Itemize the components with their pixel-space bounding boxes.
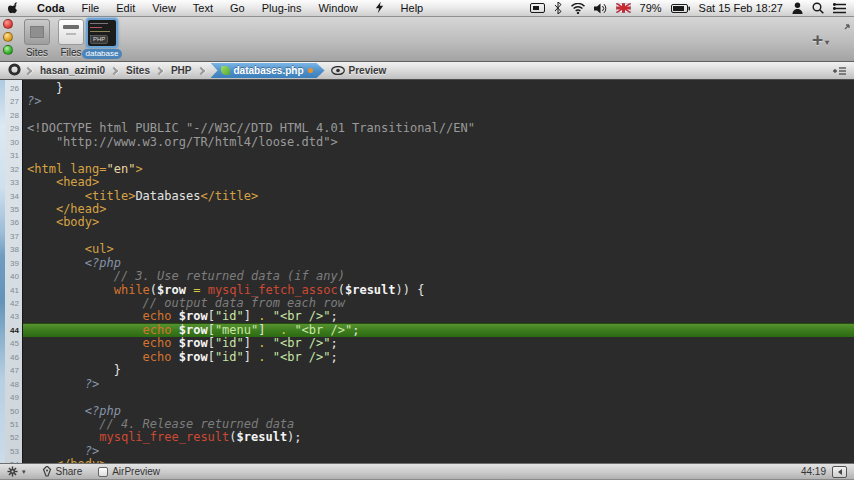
breadcrumb-separator-icon: [196, 66, 204, 74]
user-menu-icon[interactable]: [792, 2, 803, 14]
code-line[interactable]: 26 }: [0, 82, 854, 95]
code-line[interactable]: 44 echo $row["menu"] . "<br />";: [0, 324, 854, 337]
code-text: // output data from each row: [23, 297, 854, 310]
code-line[interactable]: 31: [0, 149, 854, 162]
code-text: echo $row["id"] . "<br />";: [23, 351, 854, 364]
code-line[interactable]: 43 echo $row["id"] . "<br />";: [0, 310, 854, 323]
add-document-button[interactable]: + ▾: [812, 29, 836, 51]
split-editor-button[interactable]: [830, 66, 848, 76]
code-line[interactable]: 29<!DOCTYPE html PUBLIC "-//W3C//DTD HTM…: [0, 122, 854, 135]
code-line[interactable]: 32<html lang="en">: [0, 163, 854, 176]
volume-icon[interactable]: [594, 3, 607, 14]
code-line[interactable]: 33 <head>: [0, 176, 854, 189]
code-line[interactable]: 39 <?php: [0, 257, 854, 270]
code-line[interactable]: 37: [0, 230, 854, 243]
cursor-position[interactable]: 44:19: [801, 466, 826, 477]
line-number: 49: [0, 391, 23, 404]
code-lines: 26 }27?>2829<!DOCTYPE html PUBLIC "-//W3…: [0, 82, 854, 463]
breadcrumb-item-sites-folder[interactable]: Sites: [122, 65, 154, 76]
code-line[interactable]: 42 // output data from each row: [0, 297, 854, 310]
code-line[interactable]: 47 }: [0, 364, 854, 377]
code-line[interactable]: 49: [0, 391, 854, 404]
code-text: while($row = mysqli_fetch_assoc($result)…: [23, 284, 854, 297]
plus-icon: +: [812, 29, 823, 51]
menu-item-help[interactable]: Help: [401, 2, 424, 14]
menu-item-edit[interactable]: Edit: [116, 2, 135, 14]
php-file-icon: [221, 66, 230, 75]
airpreview-toggle[interactable]: AirPreview: [98, 466, 160, 477]
menu-item-window[interactable]: Window: [318, 2, 357, 14]
menu-item-go[interactable]: Go: [230, 2, 245, 14]
preview-tab[interactable]: Preview: [331, 65, 387, 76]
code-line[interactable]: 46 echo $row["id"] . "<br />";: [0, 351, 854, 364]
script-menu-icon[interactable]: [375, 1, 384, 16]
code-line[interactable]: 52 mysqli_free_result($result);: [0, 431, 854, 444]
toolbar: Sites Files PHP database + ▾: [0, 17, 854, 62]
chevron-down-icon: ▾: [825, 38, 829, 47]
code-text: [23, 391, 854, 404]
code-text: "http://www.w3.org/TR/html4/loose.dtd">: [23, 136, 854, 149]
spotlight-search-icon[interactable]: [812, 2, 824, 14]
line-number: 36: [0, 216, 23, 229]
code-line[interactable]: 53 ?>: [0, 445, 854, 458]
breadcrumb-separator-icon: [110, 66, 118, 74]
collapse-panel-icon[interactable]: [832, 466, 847, 478]
code-line[interactable]: 34 <title>Databases</title>: [0, 190, 854, 203]
code-text: <body>: [23, 216, 854, 229]
line-number: 48: [0, 378, 23, 391]
code-line[interactable]: 40 // 3. Use returned data (if any): [0, 270, 854, 283]
code-line[interactable]: 27?>: [0, 95, 854, 108]
menu-bar: Coda File Edit View Text Go Plug-ins Win…: [0, 0, 854, 17]
line-number: 45: [0, 337, 23, 350]
line-number: 27: [0, 95, 23, 108]
share-button[interactable]: Share: [42, 466, 83, 477]
breadcrumb-item-php-folder[interactable]: PHP: [167, 65, 196, 76]
window-minimize-button[interactable]: [3, 32, 13, 42]
code-text: <?php: [23, 405, 854, 418]
code-line[interactable]: 36 <body>: [0, 216, 854, 229]
menu-item-coda[interactable]: Coda: [37, 2, 65, 14]
code-text: <?php: [23, 257, 854, 270]
code-line[interactable]: 51 // 4. Release returned data: [0, 418, 854, 431]
menu-item-text[interactable]: Text: [193, 2, 213, 14]
wifi-icon[interactable]: [571, 3, 585, 14]
code-line[interactable]: 35 </head>: [0, 203, 854, 216]
keyboard-layout-flag-icon[interactable]: [616, 3, 631, 13]
sites-icon: [24, 19, 50, 45]
window-close-button[interactable]: [3, 19, 13, 29]
line-number: 51: [0, 418, 23, 431]
apple-menu-icon[interactable]: [8, 1, 20, 16]
code-editor[interactable]: 26 }27?>2829<!DOCTYPE html PUBLIC "-//W3…: [0, 80, 854, 463]
display-mirroring-icon[interactable]: [530, 3, 545, 14]
code-line[interactable]: 45 echo $row["id"] . "<br />";: [0, 337, 854, 350]
menu-bar-clock[interactable]: Sat 15 Feb 18:27: [699, 2, 783, 14]
php-badge: PHP: [90, 35, 108, 44]
line-number: 35: [0, 203, 23, 216]
bluetooth-icon[interactable]: [554, 2, 562, 14]
menu-item-plugins[interactable]: Plug-ins: [262, 2, 302, 14]
menu-item-file[interactable]: File: [82, 2, 100, 14]
menu-item-view[interactable]: View: [152, 2, 176, 14]
code-text: ?>: [23, 95, 854, 108]
active-file-tab[interactable]: databases.php: [211, 63, 325, 78]
settings-menu-button[interactable]: ▾: [7, 466, 26, 477]
code-line[interactable]: 28: [0, 109, 854, 122]
battery-icon[interactable]: [671, 4, 690, 13]
line-number: 31: [0, 149, 23, 162]
window-zoom-button[interactable]: [3, 45, 13, 55]
code-line[interactable]: 38 <ul>: [0, 243, 854, 256]
site-root-icon[interactable]: [8, 63, 21, 78]
expand-toolbar-icon[interactable]: [842, 18, 852, 36]
code-text: ?>: [23, 445, 854, 458]
code-line[interactable]: 50 <?php: [0, 405, 854, 418]
code-line[interactable]: 30 "http://www.w3.org/TR/html4/loose.dtd…: [0, 136, 854, 149]
line-number: 42: [0, 297, 23, 310]
notification-center-icon[interactable]: [833, 3, 846, 14]
code-text: mysqli_free_result($result);: [23, 431, 854, 444]
line-number: 29: [0, 122, 23, 135]
code-line[interactable]: 41 while($row = mysqli_fetch_assoc($resu…: [0, 284, 854, 297]
code-line[interactable]: 48 ?>: [0, 378, 854, 391]
files-button-label: Files: [60, 47, 81, 58]
breadcrumb-item-site[interactable]: hasan_azimi0: [36, 65, 109, 76]
open-document-tab[interactable]: PHP database: [85, 18, 119, 59]
